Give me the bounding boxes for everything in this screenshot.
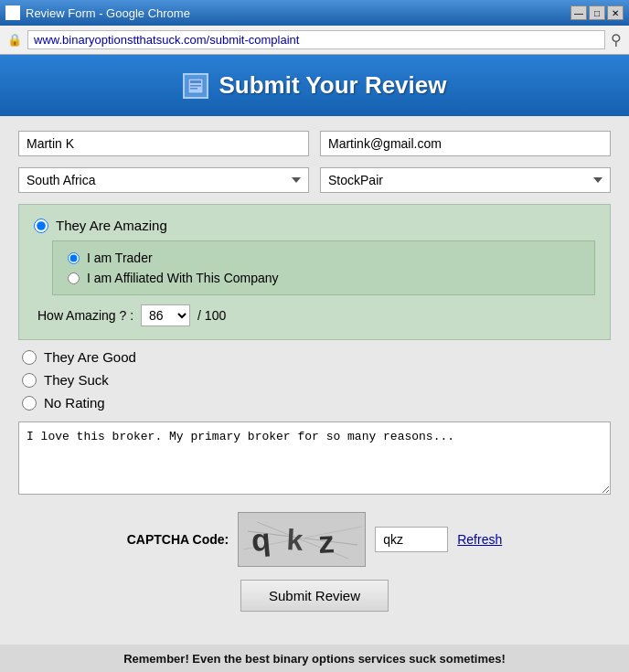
affiliated-label: I am Affiliated With This Company (87, 271, 279, 285)
name-email-row (18, 131, 611, 156)
maximize-button[interactable]: □ (589, 5, 605, 20)
submit-row: Submit Review (18, 580, 611, 612)
rating-suck-option: They Suck (22, 372, 607, 388)
rating-norating-label: No Rating (44, 395, 105, 411)
comment-textarea[interactable]: I love this broker. My primary broker fo… (18, 421, 611, 495)
title-bar: Review Form - Google Chrome — □ ✕ (0, 0, 629, 26)
window-title: Review Form - Google Chrome (26, 6, 190, 20)
affiliated-radio[interactable] (68, 272, 80, 284)
affiliated-option: I am Affiliated With This Company (68, 271, 580, 285)
captcha-section: CAPTCHA Code: q k z Refresh (18, 512, 611, 567)
main-container: Submit Your Review South Africa United S… (0, 55, 629, 672)
captcha-image: q k z (238, 512, 366, 567)
svg-rect-1 (190, 80, 201, 83)
rating-suck-label: They Suck (44, 372, 109, 388)
address-bar: 🔒 ⚲ (0, 26, 629, 55)
how-amazing-row: How Amazing ? : 86 70 75 80 85 90 95 100… (34, 304, 595, 326)
rating-section: They Are Amazing I am Trader I am Affili… (18, 204, 611, 340)
other-ratings: They Are Good They Suck No Rating (18, 349, 611, 411)
trader-radio[interactable] (68, 252, 80, 264)
search-icon[interactable]: ⚲ (611, 31, 622, 48)
close-button[interactable]: ✕ (607, 5, 624, 20)
name-input[interactable] (18, 131, 309, 156)
title-bar-controls: — □ ✕ (570, 5, 624, 20)
form-header-icon (183, 73, 208, 99)
svg-text:k: k (286, 523, 304, 557)
svg-text:q: q (251, 521, 272, 558)
footer-message: Remember! Even the best binary options s… (0, 645, 629, 672)
form-header: Submit Your Review (0, 55, 629, 116)
captcha-input[interactable] (375, 527, 448, 552)
rating-norating-radio[interactable] (22, 396, 37, 411)
page-icon: 🔒 (7, 33, 22, 47)
rating-norating-option: No Rating (22, 395, 607, 411)
captcha-svg: q k z (239, 513, 365, 566)
address-input[interactable] (27, 30, 605, 49)
title-bar-left: Review Form - Google Chrome (5, 5, 190, 20)
svg-rect-3 (190, 88, 197, 90)
trader-option: I am Trader (68, 251, 580, 265)
broker-select[interactable]: StockPair 24Option Banc De Binary IQ Opt… (320, 167, 611, 193)
rating-good-label: They Are Good (44, 349, 136, 365)
how-amazing-select[interactable]: 86 70 75 80 85 90 95 100 (141, 304, 190, 326)
email-input[interactable] (320, 131, 611, 156)
svg-rect-2 (190, 85, 201, 87)
form-body: South Africa United States United Kingdo… (0, 116, 629, 645)
svg-text:z: z (318, 524, 336, 560)
country-broker-row: South Africa United States United Kingdo… (18, 167, 611, 193)
how-amazing-label: How Amazing ? : (37, 308, 133, 323)
minimize-button[interactable]: — (570, 5, 587, 20)
form-title: Submit Your Review (219, 71, 447, 100)
rating-good-radio[interactable] (22, 350, 37, 365)
browser-icon (5, 5, 20, 20)
how-amazing-max: / 100 (197, 308, 226, 323)
country-select[interactable]: South Africa United States United Kingdo… (18, 167, 309, 193)
submit-button[interactable]: Submit Review (240, 580, 389, 612)
captcha-refresh[interactable]: Refresh (457, 532, 502, 547)
trader-label: I am Trader (87, 251, 153, 265)
rating-good-option: They Are Good (22, 349, 607, 365)
rating-suck-radio[interactable] (22, 373, 37, 388)
rating-amazing-option: They Are Amazing (34, 218, 595, 233)
rating-amazing-radio[interactable] (34, 219, 48, 233)
sub-rating-box: I am Trader I am Affiliated With This Co… (52, 240, 595, 295)
rating-amazing-label: They Are Amazing (56, 218, 167, 233)
captcha-label: CAPTCHA Code: (127, 532, 229, 547)
